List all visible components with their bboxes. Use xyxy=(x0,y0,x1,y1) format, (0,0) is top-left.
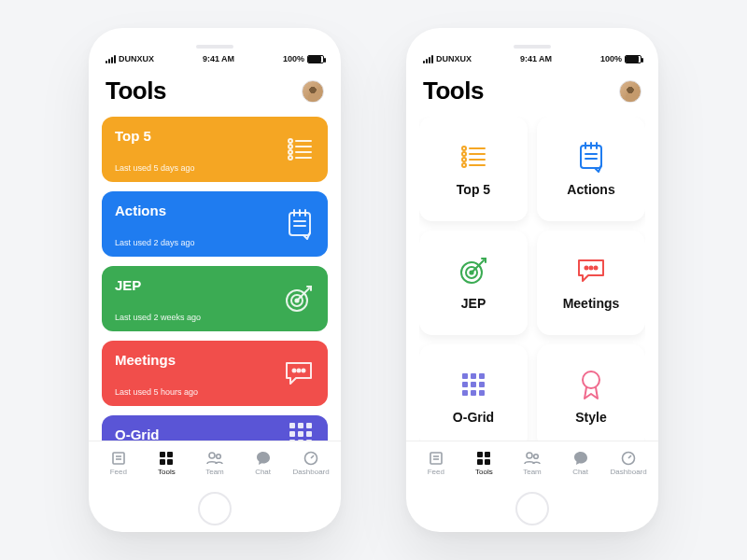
tab-label: Tools xyxy=(158,468,176,476)
page-title: Tools xyxy=(423,77,484,105)
tab-dashboard[interactable]: Dashboard xyxy=(290,451,331,476)
svg-point-47 xyxy=(462,163,466,167)
svg-line-40 xyxy=(311,455,314,458)
tab-label: Chat xyxy=(572,468,588,476)
tab-team[interactable]: Team xyxy=(194,451,235,476)
phone-speaker xyxy=(514,45,551,49)
svg-rect-24 xyxy=(289,431,295,437)
tool-tile-top-5[interactable]: Top 5 xyxy=(419,117,528,221)
home-button[interactable] xyxy=(198,492,232,525)
svg-point-38 xyxy=(217,455,221,459)
signal-icon xyxy=(106,55,116,63)
svg-point-0 xyxy=(289,139,292,143)
svg-rect-63 xyxy=(471,373,476,379)
battery-icon xyxy=(307,55,324,63)
svg-line-82 xyxy=(628,455,631,458)
tool-tile-jep[interactable]: JEP xyxy=(419,231,528,335)
tab-dashboard[interactable]: Dashboard xyxy=(608,451,649,476)
carrier-label: DUNXUX xyxy=(436,54,472,63)
tab-chat[interactable]: Chat xyxy=(560,451,601,476)
svg-rect-66 xyxy=(471,382,476,387)
home-button[interactable] xyxy=(515,492,549,525)
clock: 9:41 AM xyxy=(203,54,234,63)
svg-rect-75 xyxy=(477,452,483,457)
svg-rect-21 xyxy=(289,423,295,428)
tool-card-title: O-Grid xyxy=(115,427,315,441)
tool-tile-o-grid[interactable]: O-Grid xyxy=(419,344,528,441)
phone-speaker xyxy=(196,45,233,49)
tools-grid[interactable]: Top 5 Actions JEP Meetings O xyxy=(419,117,645,441)
phone-left: DUNXUX 9:41 AM 100% Tools Top 5 Last use… xyxy=(89,28,341,532)
battery-label: 100% xyxy=(600,54,622,63)
chat-icon xyxy=(283,359,315,387)
svg-rect-22 xyxy=(298,423,303,428)
svg-point-45 xyxy=(462,158,466,161)
chat-bubble-icon xyxy=(255,451,272,466)
svg-point-61 xyxy=(595,267,598,270)
tool-card-meta: Last used 5 days ago xyxy=(115,163,315,173)
tool-tile-label: Top 5 xyxy=(457,182,490,197)
page-header: Tools xyxy=(419,71,645,117)
tool-tile-actions[interactable]: Actions xyxy=(537,117,645,221)
tool-card-o-grid[interactable]: O-Grid xyxy=(102,415,328,441)
avatar[interactable] xyxy=(619,80,641,103)
tab-label: Dashboard xyxy=(611,468,647,476)
phone-right: DUNXUX 9:41 AM 100% Tools Top 5 Actions xyxy=(406,28,658,532)
svg-rect-69 xyxy=(471,390,476,396)
tab-label: Team xyxy=(523,468,542,476)
tool-tile-style[interactable]: Style xyxy=(537,344,645,441)
tab-feed[interactable]: Feed xyxy=(98,451,139,476)
svg-rect-27 xyxy=(289,440,295,441)
status-bar: DUNXUX 9:41 AM 100% xyxy=(419,54,645,71)
tool-card-jep[interactable]: JEP Last used 2 weeks ago xyxy=(102,266,328,331)
tab-bar: Feed Tools Team Chat Dashboard xyxy=(406,441,658,485)
tab-tools[interactable]: Tools xyxy=(146,451,187,476)
tab-label: Feed xyxy=(110,468,127,476)
notepad-icon xyxy=(576,141,606,173)
team-icon xyxy=(524,451,541,466)
tool-card-actions[interactable]: Actions Last used 2 days ago xyxy=(102,191,328,257)
svg-rect-77 xyxy=(477,459,483,465)
tab-chat[interactable]: Chat xyxy=(243,451,284,476)
svg-rect-30 xyxy=(113,453,124,464)
svg-rect-36 xyxy=(167,459,173,465)
tools-icon xyxy=(158,451,175,466)
tab-label: Dashboard xyxy=(293,468,330,476)
avatar[interactable] xyxy=(302,80,324,103)
carrier-label: DUNXUX xyxy=(119,54,154,63)
svg-rect-72 xyxy=(430,453,442,464)
svg-point-6 xyxy=(289,156,292,160)
tab-team[interactable]: Team xyxy=(512,451,553,476)
svg-rect-78 xyxy=(485,459,490,465)
notepad-icon xyxy=(285,208,315,240)
tab-feed[interactable]: Feed xyxy=(416,451,457,476)
svg-rect-33 xyxy=(160,452,165,457)
svg-point-19 xyxy=(298,370,301,372)
page-title: Tools xyxy=(106,77,166,105)
clock: 9:41 AM xyxy=(520,54,552,63)
tool-tile-label: O-Grid xyxy=(453,410,494,425)
gauge-icon xyxy=(620,451,637,466)
svg-point-60 xyxy=(590,267,593,270)
svg-rect-25 xyxy=(298,431,303,437)
grid-icon xyxy=(459,369,487,400)
tab-tools[interactable]: Tools xyxy=(463,451,504,476)
tool-tile-meetings[interactable]: Meetings xyxy=(537,231,645,335)
tools-list[interactable]: Top 5 Last used 5 days ago Actions Last … xyxy=(102,117,328,441)
tab-label: Chat xyxy=(255,468,271,476)
svg-point-20 xyxy=(303,370,305,372)
svg-rect-76 xyxy=(485,452,490,457)
tab-label: Tools xyxy=(475,468,493,476)
svg-rect-28 xyxy=(298,440,303,441)
status-bar: DUNXUX 9:41 AM 100% xyxy=(102,54,328,71)
target-icon xyxy=(283,283,315,315)
ribbon-icon xyxy=(577,369,605,400)
tool-card-meetings[interactable]: Meetings Last used 5 hours ago xyxy=(102,341,328,406)
chat-icon xyxy=(575,255,607,287)
svg-point-43 xyxy=(462,152,466,156)
svg-rect-29 xyxy=(306,440,312,441)
tool-tile-label: Actions xyxy=(567,182,614,197)
svg-point-80 xyxy=(534,455,539,459)
tool-card-top-5[interactable]: Top 5 Last used 5 days ago xyxy=(102,117,328,182)
list-icon xyxy=(285,134,315,164)
